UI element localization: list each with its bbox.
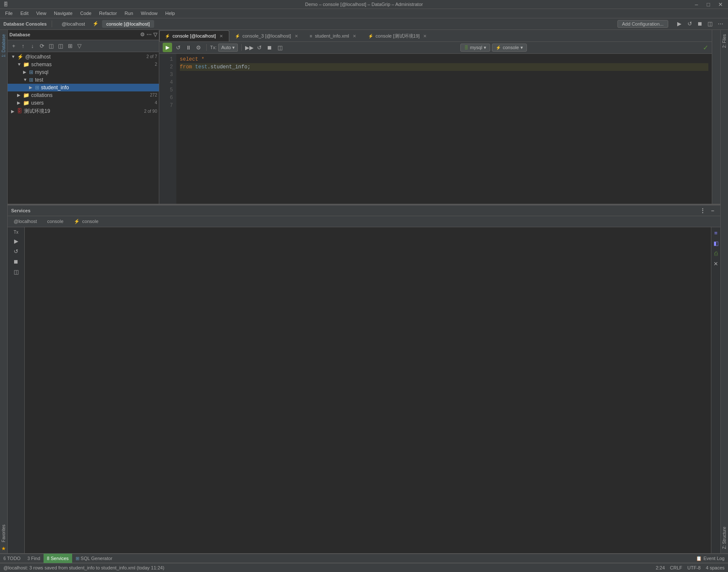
tx-dropdown[interactable]: Auto ▾	[218, 44, 238, 52]
add-configuration-button[interactable]: Add Configuration...	[617, 20, 668, 28]
services-list-icon[interactable]: ≡	[712, 229, 720, 238]
rollback-button[interactable]: ↺	[174, 43, 182, 52]
close-button[interactable]: ✕	[716, 0, 725, 9]
right-vertical-bar: 2: Files Z: Structure	[720, 30, 728, 553]
expand-arrow[interactable]: ▼	[11, 54, 17, 59]
tree-item-test[interactable]: ▼ ⊞ test	[8, 76, 159, 84]
database-panel-tab[interactable]: 1: Database	[1, 32, 6, 60]
minimize-button[interactable]: –	[692, 0, 701, 9]
schema-button[interactable]: ◫	[56, 41, 65, 50]
schema-icon[interactable]: ◫	[706, 20, 714, 28]
run-icon[interactable]: ▶	[675, 20, 684, 28]
tree-item-collations[interactable]: ▶ 📁 collations 272	[8, 91, 159, 99]
menu-window[interactable]: Window	[137, 10, 161, 17]
collapse-button[interactable]: ↓	[28, 41, 37, 50]
tree-root-localhost[interactable]: ▼ ⚡ @localhost 2 of 7	[8, 53, 159, 61]
sidebar-more-icon[interactable]: ⋯	[146, 32, 152, 38]
tab-console-localhost[interactable]: ⚡ console [@localhost] ✕	[159, 30, 229, 41]
services-tab-localhost[interactable]: @localhost	[9, 218, 41, 225]
services-collapse-icon[interactable]: –	[708, 206, 717, 215]
settings-icon[interactable]: ⚙	[140, 32, 145, 38]
menu-code[interactable]: Code	[77, 10, 95, 17]
menu-refactor[interactable]: Refactor	[96, 10, 120, 17]
tree-count-collations: 272	[150, 93, 157, 97]
structure-panel-tab[interactable]: Z: Structure	[722, 524, 727, 551]
tab-student-info-xml[interactable]: ≡ student_info.xml ✕	[304, 30, 363, 41]
code-line-1: select *	[180, 56, 708, 63]
result-button[interactable]: ◫	[276, 43, 284, 52]
tab-console-test-env[interactable]: ⚡ console [测试环境19] ✕	[363, 30, 433, 41]
event-log-tab[interactable]: 📋 Event Log	[693, 554, 728, 563]
find-tab[interactable]: 3 Find	[24, 554, 44, 563]
services-tab-num: 8	[47, 556, 50, 561]
tab-console3-localhost[interactable]: ⚡ console_3 [@localhost] ✕	[229, 30, 304, 41]
tree-item-schemas[interactable]: ▼ 📁 schemas 2	[8, 61, 159, 68]
expand-arrow-collations[interactable]: ▶	[17, 93, 23, 97]
expand-arrow-mysql[interactable]: ▶	[23, 70, 29, 74]
services-tab-console2[interactable]: ⚡ console	[70, 218, 103, 225]
services-more-icon[interactable]: ⋮	[698, 206, 707, 215]
filter-icon[interactable]: ▽	[153, 32, 157, 38]
services-run-btn[interactable]: ▶	[12, 237, 20, 246]
stop-all-button[interactable]: ⏹	[266, 43, 274, 52]
services-bottom-tab[interactable]: 8 Services	[44, 554, 72, 563]
expand-arrow-schemas[interactable]: ▼	[17, 62, 23, 67]
db-consoles-tab-console[interactable]: console [@localhost]	[102, 20, 154, 28]
db-consoles-tab-localhost[interactable]: @localhost	[57, 20, 89, 28]
history-button[interactable]: ↺	[255, 43, 264, 52]
menu-help[interactable]: Help	[162, 10, 178, 17]
services-delete-icon[interactable]: ✕	[712, 260, 720, 268]
expand-arrow-test[interactable]: ▼	[23, 77, 29, 82]
filter-button[interactable]: ▽	[75, 41, 84, 50]
expand-arrow-test-env[interactable]: ▶	[11, 109, 17, 114]
tree-item-users[interactable]: ▶ 📁 users 4	[8, 99, 159, 107]
services-stop-btn[interactable]: ⏹	[12, 258, 20, 266]
services-panel-icon[interactable]: ◧	[712, 239, 720, 248]
run-query-button[interactable]: ▶	[163, 43, 172, 52]
sql-generator-tab[interactable]: ⊞ SQL Generator	[72, 554, 116, 563]
expand-arrow-users[interactable]: ▶	[17, 100, 23, 105]
tab-close-test-env[interactable]: ✕	[422, 34, 427, 38]
stop-icon[interactable]: ⏹	[696, 20, 704, 28]
code-editor[interactable]: 1 2 3 4 5 6 7 select * from test.student…	[159, 54, 712, 204]
properties-button[interactable]: ◫	[47, 41, 56, 50]
menu-run[interactable]: Run	[121, 10, 137, 17]
todo-tab[interactable]: 6 TODO	[0, 554, 24, 563]
tab-close-xml[interactable]: ✕	[352, 34, 357, 38]
refresh-icon[interactable]: ↺	[685, 20, 694, 28]
sync-button[interactable]: ⟳	[38, 41, 46, 50]
title-bar-left: 🗄	[3, 2, 8, 7]
tree-item-test-env[interactable]: ▶ 🗄 测试环境19 2 of 90	[8, 107, 159, 116]
red-console-tab-icon: ⚡	[368, 34, 373, 38]
maximize-button[interactable]: □	[704, 0, 713, 9]
favorites-panel-tab[interactable]: Favorites	[1, 522, 6, 545]
tab-close-console3[interactable]: ✕	[294, 34, 299, 38]
tree-item-mysql[interactable]: ▶ ⊞ mysql	[8, 68, 159, 76]
settings-button[interactable]: ⚙	[194, 43, 203, 52]
menu-view[interactable]: View	[33, 10, 50, 17]
code-content[interactable]: select * from test.student_info;	[176, 54, 712, 204]
menu-edit[interactable]: Edit	[17, 10, 32, 17]
services-tab-console1[interactable]: console	[43, 218, 68, 225]
tab-close-console-localhost[interactable]: ✕	[219, 34, 224, 38]
refresh-button[interactable]: ↑	[19, 41, 27, 50]
window-title: Demo – console [@localhost] – DataGrip –…	[305, 2, 423, 7]
grid-button[interactable]: ⊞	[66, 41, 74, 50]
more-icon[interactable]: ⋯	[716, 20, 725, 28]
console-selector[interactable]: ⚡ console ▾	[492, 44, 527, 52]
check-icon: ✓	[703, 44, 708, 52]
line-ending: CRLF	[670, 565, 682, 570]
expand-arrow-student-info[interactable]: ▶	[29, 85, 35, 90]
services-history-btn[interactable]: ↺	[12, 247, 20, 256]
services-print-icon[interactable]: ⎙	[712, 249, 720, 258]
menu-file[interactable]: File	[2, 10, 16, 17]
run-all-button[interactable]: ▶▶	[245, 43, 254, 52]
menu-navigate[interactable]: Navigate	[50, 10, 76, 17]
services-grid-btn[interactable]: ◫	[12, 268, 20, 276]
files-panel-tab[interactable]: 2: Files	[722, 32, 727, 50]
mysql-selector[interactable]: 🗄 mysql ▾	[460, 44, 491, 52]
todo-tab-label: TODO	[7, 556, 21, 561]
commit-button[interactable]: ⏸	[184, 43, 193, 52]
add-button[interactable]: +	[9, 41, 18, 50]
tree-item-student-info[interactable]: ▶ ⊞ student_info	[8, 84, 159, 91]
